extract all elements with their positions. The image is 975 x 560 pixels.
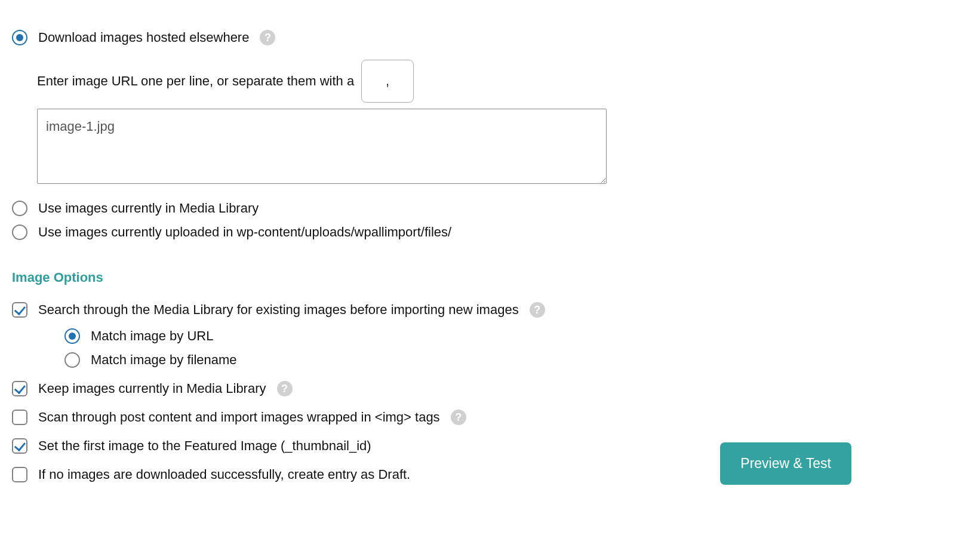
separator-input[interactable] (361, 60, 414, 103)
radio-match-filename[interactable] (64, 352, 80, 368)
image-options-heading: Image Options (12, 270, 963, 285)
radio-row-media-library: Use images currently in Media Library (12, 201, 963, 216)
radio-row-match-filename: Match image by filename (64, 352, 963, 368)
url-instruction-row: Enter image URL one per line, or separat… (37, 60, 963, 103)
help-icon[interactable]: ? (530, 302, 545, 318)
checkbox-row-scan-content: Scan through post content and import ima… (12, 410, 963, 425)
checkbox-set-featured-label: Set the first image to the Featured Imag… (38, 438, 371, 454)
checkbox-set-featured[interactable] (12, 438, 27, 454)
checkbox-draft-on-fail[interactable] (12, 467, 27, 482)
radio-media-library-label: Use images currently in Media Library (38, 201, 259, 216)
url-instruction-text: Enter image URL one per line, or separat… (37, 73, 354, 89)
radio-download-images[interactable] (12, 30, 27, 45)
download-details: Enter image URL one per line, or separat… (12, 60, 963, 184)
radio-row-uploads-folder: Use images currently uploaded in wp-cont… (12, 224, 963, 240)
help-icon[interactable]: ? (260, 30, 275, 45)
checkbox-keep-images[interactable] (12, 381, 27, 396)
checkbox-keep-images-label: Keep images currently in Media Library (38, 381, 266, 396)
checkbox-scan-content-label: Scan through post content and import ima… (38, 410, 440, 425)
radio-match-url-label: Match image by URL (91, 328, 213, 344)
radio-match-url[interactable] (64, 328, 80, 344)
checkbox-search-existing[interactable] (12, 302, 27, 318)
help-icon[interactable]: ? (451, 410, 466, 425)
checkbox-draft-on-fail-label: If no images are downloaded successfully… (38, 467, 410, 482)
checkbox-scan-content[interactable] (12, 410, 27, 425)
checkbox-search-existing-label: Search through the Media Library for exi… (38, 302, 519, 318)
match-by-group: Match image by URL Match image by filena… (12, 328, 963, 368)
radio-match-filename-label: Match image by filename (91, 352, 237, 368)
radio-row-match-url: Match image by URL (64, 328, 963, 344)
help-icon[interactable]: ? (277, 381, 293, 396)
radio-download-images-label: Download images hosted elsewhere (38, 30, 249, 45)
preview-test-button[interactable]: Preview & Test (720, 442, 851, 485)
radio-row-download: Download images hosted elsewhere ? (12, 30, 963, 45)
checkbox-row-keep-images: Keep images currently in Media Library ? (12, 381, 963, 396)
checkbox-row-search-existing: Search through the Media Library for exi… (12, 302, 963, 318)
radio-uploads-folder[interactable] (12, 224, 27, 240)
image-urls-textarea[interactable] (37, 109, 607, 184)
radio-media-library[interactable] (12, 201, 27, 216)
radio-uploads-folder-label: Use images currently uploaded in wp-cont… (38, 224, 451, 240)
